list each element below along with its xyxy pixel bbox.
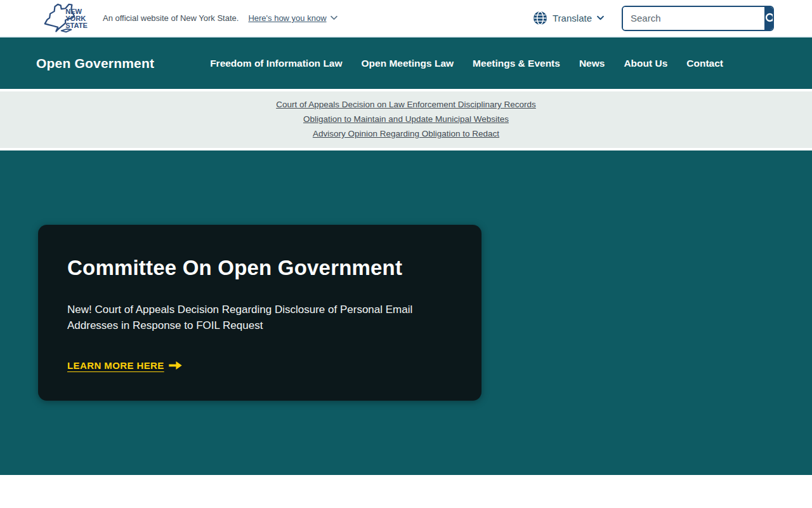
page-title: Committee On Open Government [67,256,452,280]
nav-item: News [579,58,605,69]
learn-more-label: LEARN MORE HERE [67,360,164,371]
hero-card-body: New! Court of Appeals Decision Regarding… [67,302,438,333]
nav-item-open-meetings-law[interactable]: Open Meetings Law [362,58,454,69]
banner-link-court-of-appeals[interactable]: Court of Appeals Decision on Law Enforce… [0,97,812,112]
nav-item-foil[interactable]: Freedom of Information Law [210,58,342,69]
nav-links: Freedom of Information Law Open Meetings… [210,58,723,69]
hero-card: Committee On Open Government New! Court … [38,225,481,401]
heres-how-you-know-link[interactable]: Here's how you know [248,13,337,23]
long-island-outline [62,29,72,32]
nav-item: Meetings & Events [473,58,560,69]
chevron-down-icon [597,16,604,20]
nys-logo[interactable]: NEW YORK STATE [42,3,91,34]
nav-item: About Us [624,58,667,69]
site-title[interactable]: Open Government [36,56,154,71]
translate-label: Translate [553,13,592,23]
official-website-text: An official website of New York State. [103,13,239,23]
footer-strip [0,475,812,508]
nav-item: Contact [686,58,723,69]
nav-item-contact[interactable]: Contact [686,58,723,69]
top-utility-bar: NEW YORK STATE An official website of Ne… [0,0,812,37]
search-icon [764,12,774,25]
nav-item: Open Meetings Law [362,58,454,69]
chevron-down-icon [331,16,337,20]
hero-section: Committee On Open Government New! Court … [0,150,812,475]
nav-item: Freedom of Information Law [210,58,342,69]
banner-link-obligation-to-redact[interactable]: Advisory Opinion Regarding Obligation to… [0,126,812,141]
main-navigation: Open Government Freedom of Information L… [0,37,812,89]
nav-item-about-us[interactable]: About Us [624,58,667,69]
search-input[interactable] [623,7,764,30]
announcement-banner: Court of Appeals Decision on Law Enforce… [0,89,812,150]
search-box [622,6,774,31]
heres-how-you-know-label: Here's how you know [248,13,326,23]
nav-item-meetings-events[interactable]: Meetings & Events [473,58,560,69]
logo-line-3: STATE [65,21,88,29]
learn-more-link[interactable]: LEARN MORE HERE [67,360,182,371]
nav-item-news[interactable]: News [579,58,605,69]
banner-link-municipal-websites[interactable]: Obligation to Maintain and Update Munici… [0,112,812,126]
arrow-right-icon [169,361,182,370]
translate-menu[interactable]: Translate [533,11,604,25]
globe-icon [533,11,547,25]
search-button[interactable] [764,7,774,30]
